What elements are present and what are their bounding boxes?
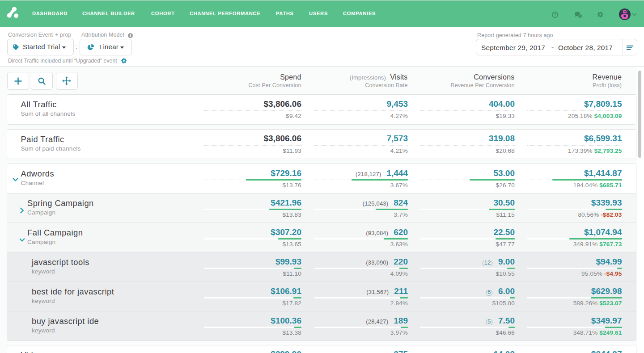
svg-text:?: ?	[554, 12, 556, 17]
